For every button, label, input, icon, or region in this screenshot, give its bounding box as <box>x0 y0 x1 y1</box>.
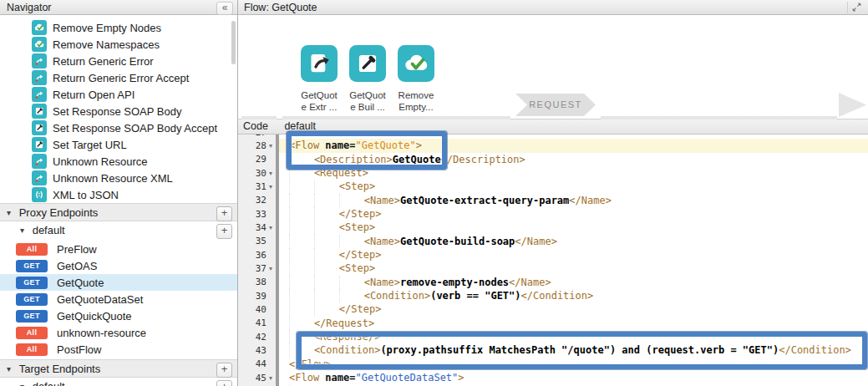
code-line-32[interactable]: <Name>GetQuote-extract-query-param</Name… <box>279 194 868 207</box>
fold-caret-icon[interactable]: ▾ <box>266 265 275 272</box>
policy-label: Set Response SOAP Body Accept <box>53 122 217 135</box>
endpoint-item-getquote[interactable]: GETGetQuote <box>0 274 237 291</box>
indent-guide <box>314 302 339 316</box>
gutter-row: 42 <box>238 330 276 343</box>
sidebar-scrollbar[interactable] <box>231 21 236 64</box>
indent-guide <box>314 235 339 248</box>
line-number: 36 <box>256 250 266 261</box>
gutter-row: 29 <box>238 153 276 166</box>
policy-item[interactable]: Remove Empty Nodes <box>0 19 237 36</box>
cloud-check-icon <box>32 37 47 52</box>
code-line-38[interactable]: <Name>remove-empty-nodes</Name> <box>279 276 868 289</box>
endpoint-item-postflow[interactable]: AllPostFlow <box>0 341 237 358</box>
endpoint-item-unknown-resource[interactable]: Allunknown-resource <box>0 324 237 341</box>
gutter-row: 39 <box>238 289 276 302</box>
gutter-row: 28▾ <box>238 139 276 152</box>
policy-item[interactable]: XML to JSON <box>0 186 237 203</box>
policy-label: Set Response SOAP Body <box>53 105 181 118</box>
indent-guide <box>289 276 314 289</box>
code-line-39[interactable]: <Condition>(verb == "GET")</Condition> <box>279 289 868 302</box>
collapse-sidebar-button[interactable]: « <box>216 2 233 15</box>
policy-item[interactable]: Set Target URL <box>0 136 237 153</box>
method-badge: All <box>16 243 48 256</box>
navigator-sidebar: Navigator « Remove Empty NodesRemove Nam… <box>0 0 238 386</box>
policy-item[interactable]: Unknown Resource XML <box>0 170 237 186</box>
raise-fault-icon <box>32 53 47 69</box>
flow-panel-header: Flow: GetQuote <box>238 0 868 15</box>
policy-item[interactable]: Return Generic Error Accept <box>0 69 237 86</box>
policy-item[interactable]: Return Generic Error <box>0 53 237 69</box>
code-line-31[interactable]: <Step> <box>279 180 868 193</box>
endpoint-item-getquotedataset[interactable]: GETGetQuoteDataSet <box>0 291 237 307</box>
endpoint-label: PostFlow <box>57 343 101 356</box>
fold-caret-icon[interactable]: ▾ <box>266 374 275 382</box>
endpoint-list: AllPreFlowGETGetOASGETGetQuoteGETGetQuot… <box>0 241 237 358</box>
indent-guide <box>314 207 339 221</box>
code-line-34[interactable]: <Step> <box>279 221 868 234</box>
endpoint-item-getoas[interactable]: GETGetOAS <box>0 257 237 274</box>
fold-caret-icon[interactable]: ▾ <box>266 224 275 231</box>
endpoint-item-preflow[interactable]: AllPreFlow <box>0 241 237 257</box>
line-number: 32 <box>256 195 266 206</box>
line-number: 39 <box>256 291 266 302</box>
add-target-flow-button[interactable]: + <box>216 380 232 386</box>
indent-guide <box>339 289 364 302</box>
code-line-37[interactable]: <Step> <box>279 262 868 275</box>
endpoint-label: GetQuickQuote <box>57 310 132 323</box>
target-endpoints-section[interactable]: ▾ Target Endpoints + <box>0 359 237 378</box>
code-tab-default[interactable]: default <box>284 120 316 132</box>
code-line-33[interactable]: </Step> <box>279 207 868 221</box>
target-default-group[interactable]: ▾ default + <box>0 378 237 386</box>
code-line-41[interactable]: </Request> <box>279 317 868 330</box>
code-line-text: <Name>remove-empty-nodes</Name> <box>364 276 551 289</box>
indent-guide <box>314 180 339 193</box>
policy-item[interactable]: Set Response SOAP Body <box>0 103 237 119</box>
code-line-36[interactable]: </Step> <box>279 248 868 262</box>
line-number: 38 <box>256 277 266 287</box>
code-line-text: <Step> <box>339 180 375 193</box>
policy-item[interactable]: Unknown Resource <box>0 153 237 170</box>
raise-fault-icon <box>32 70 47 85</box>
code-line-40[interactable]: </Step> <box>279 302 868 316</box>
code-line-35[interactable]: <Name>GetQuote-build-soap</Name> <box>279 235 868 248</box>
line-number: 30 <box>256 168 266 179</box>
add-proxy-endpoint-button[interactable]: + <box>216 206 232 221</box>
endpoint-label: GetQuoteDataSet <box>57 293 143 306</box>
caret-down-icon: ▾ <box>20 221 24 240</box>
method-badge: GET <box>16 277 48 289</box>
expand-flow-panel-icon[interactable] <box>847 2 865 13</box>
add-target-endpoint-button[interactable]: + <box>216 363 232 378</box>
line-number: 37 <box>256 263 266 274</box>
code-line-text: </Step> <box>339 302 382 316</box>
policy-item[interactable]: Return Open API <box>0 86 237 103</box>
policy-label: Unknown Resource XML <box>53 172 173 185</box>
code-line-45[interactable]: <Flow name="GetQuoteDataSet"> <box>279 371 868 384</box>
indent-guide <box>289 289 314 302</box>
line-number: 40 <box>256 304 266 315</box>
fold-caret-icon[interactable]: ▾ <box>266 170 275 177</box>
endpoint-item-getquickquote[interactable]: GETGetQuickQuote <box>0 307 237 324</box>
indent-guide <box>314 194 339 207</box>
indent-guide <box>289 207 314 221</box>
caret-down-icon: ▾ <box>7 204 11 222</box>
flow-step-extract-variables[interactable] <box>301 45 338 82</box>
policy-item[interactable]: Remove Namespaces <box>0 36 237 53</box>
flow-step-cloud-check[interactable] <box>398 45 434 82</box>
line-number: 41 <box>256 317 266 328</box>
gutter-row: 32 <box>238 194 276 207</box>
indent-guide <box>314 276 339 289</box>
proxy-endpoints-section[interactable]: ▾ Proxy Endpoints + <box>0 203 237 221</box>
add-flow-button[interactable]: + <box>216 224 232 239</box>
navigator-title: Navigator <box>7 2 52 13</box>
target-endpoints-label: Target Endpoints <box>19 363 101 375</box>
flow-step-assign-message[interactable] <box>349 45 386 82</box>
code-line-text: </Step> <box>339 207 382 221</box>
fold-caret-icon[interactable]: ▾ <box>266 183 275 190</box>
proxy-default-group[interactable]: ▾ default + <box>0 221 237 240</box>
policy-item[interactable]: Set Response SOAP Body Accept <box>0 119 237 136</box>
flow-panel-title: Flow: GetQuote <box>244 2 317 13</box>
fold-caret-icon[interactable]: ▾ <box>266 142 275 150</box>
assign-message-icon <box>32 104 47 119</box>
indent-guide <box>289 180 314 193</box>
gutter-row: 40 <box>238 302 276 316</box>
